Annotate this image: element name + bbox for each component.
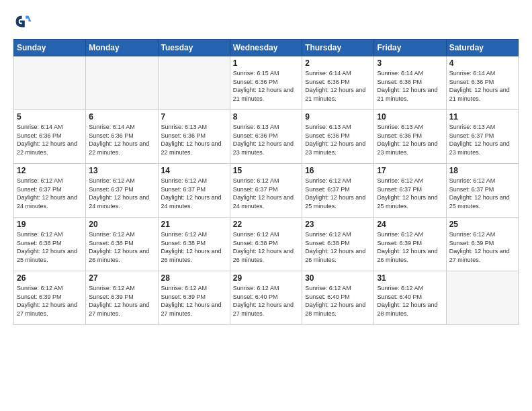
day-info: Sunrise: 6:12 AMSunset: 6:37 PMDaylight:… xyxy=(377,177,443,210)
weekday-header-saturday: Saturday xyxy=(446,40,518,56)
day-info: Sunrise: 6:12 AMSunset: 6:39 PMDaylight:… xyxy=(89,284,154,318)
day-number: 28 xyxy=(161,273,227,283)
day-number: 4 xyxy=(449,58,515,68)
day-number: 10 xyxy=(377,112,443,122)
day-cell: 25Sunrise: 6:12 AMSunset: 6:39 PMDayligh… xyxy=(446,218,518,271)
day-cell: 3Sunrise: 6:14 AMSunset: 6:36 PMDaylight… xyxy=(374,56,446,110)
day-info: Sunrise: 6:12 AMSunset: 6:39 PMDaylight:… xyxy=(17,284,83,318)
day-number: 5 xyxy=(17,112,83,122)
day-info: Sunrise: 6:13 AMSunset: 6:36 PMDaylight:… xyxy=(305,123,371,156)
logo xyxy=(13,12,35,31)
day-cell: 8Sunrise: 6:13 AMSunset: 6:36 PMDaylight… xyxy=(230,110,302,164)
day-cell: 15Sunrise: 6:12 AMSunset: 6:37 PMDayligh… xyxy=(230,164,302,218)
day-info: Sunrise: 6:12 AMSunset: 6:37 PMDaylight:… xyxy=(161,177,227,210)
week-row-2: 5Sunrise: 6:14 AMSunset: 6:36 PMDaylight… xyxy=(14,110,519,164)
day-cell: 7Sunrise: 6:13 AMSunset: 6:36 PMDaylight… xyxy=(158,110,230,164)
day-cell: 17Sunrise: 6:12 AMSunset: 6:37 PMDayligh… xyxy=(374,164,446,218)
day-cell: 14Sunrise: 6:12 AMSunset: 6:37 PMDayligh… xyxy=(158,164,230,218)
day-cell: 31Sunrise: 6:12 AMSunset: 6:40 PMDayligh… xyxy=(374,271,446,325)
day-cell xyxy=(446,271,518,325)
day-cell: 19Sunrise: 6:12 AMSunset: 6:38 PMDayligh… xyxy=(14,218,86,271)
day-number: 16 xyxy=(305,166,371,175)
day-number: 13 xyxy=(89,166,154,175)
day-info: Sunrise: 6:13 AMSunset: 6:36 PMDaylight:… xyxy=(233,123,299,156)
day-info: Sunrise: 6:12 AMSunset: 6:37 PMDaylight:… xyxy=(233,177,299,210)
day-number: 30 xyxy=(305,273,371,283)
day-cell: 24Sunrise: 6:12 AMSunset: 6:39 PMDayligh… xyxy=(374,218,446,271)
day-number: 18 xyxy=(449,166,515,175)
day-cell: 12Sunrise: 6:12 AMSunset: 6:37 PMDayligh… xyxy=(14,164,86,218)
day-number: 9 xyxy=(305,112,371,122)
day-number: 23 xyxy=(305,220,371,229)
day-number: 3 xyxy=(377,58,443,68)
day-cell: 6Sunrise: 6:14 AMSunset: 6:36 PMDaylight… xyxy=(86,110,158,164)
day-info: Sunrise: 6:12 AMSunset: 6:40 PMDaylight:… xyxy=(233,284,299,318)
day-number: 20 xyxy=(89,220,154,229)
day-cell: 26Sunrise: 6:12 AMSunset: 6:39 PMDayligh… xyxy=(14,271,86,325)
week-row-1: 1Sunrise: 6:15 AMSunset: 6:36 PMDaylight… xyxy=(14,56,519,110)
day-number: 17 xyxy=(377,166,443,175)
day-info: Sunrise: 6:12 AMSunset: 6:38 PMDaylight:… xyxy=(17,230,83,264)
day-number: 31 xyxy=(377,273,443,283)
day-cell: 13Sunrise: 6:12 AMSunset: 6:37 PMDayligh… xyxy=(86,164,158,218)
day-number: 15 xyxy=(233,166,299,175)
day-cell: 5Sunrise: 6:14 AMSunset: 6:36 PMDaylight… xyxy=(14,110,86,164)
day-info: Sunrise: 6:15 AMSunset: 6:36 PMDaylight:… xyxy=(233,69,299,103)
day-info: Sunrise: 6:12 AMSunset: 6:38 PMDaylight:… xyxy=(89,230,154,264)
calendar: SundayMondayTuesdayWednesdayThursdayFrid… xyxy=(13,39,519,325)
day-info: Sunrise: 6:12 AMSunset: 6:37 PMDaylight:… xyxy=(305,177,371,210)
day-number: 2 xyxy=(305,58,371,68)
day-info: Sunrise: 6:14 AMSunset: 6:36 PMDaylight:… xyxy=(305,69,371,103)
day-cell: 10Sunrise: 6:13 AMSunset: 6:36 PMDayligh… xyxy=(374,110,446,164)
day-cell: 29Sunrise: 6:12 AMSunset: 6:40 PMDayligh… xyxy=(230,271,302,325)
day-cell: 27Sunrise: 6:12 AMSunset: 6:39 PMDayligh… xyxy=(86,271,158,325)
weekday-header-monday: Monday xyxy=(86,40,158,56)
weekday-header-row: SundayMondayTuesdayWednesdayThursdayFrid… xyxy=(14,40,519,56)
day-number: 21 xyxy=(161,220,227,229)
day-number: 27 xyxy=(89,273,154,283)
day-number: 19 xyxy=(17,220,83,229)
day-cell: 4Sunrise: 6:14 AMSunset: 6:36 PMDaylight… xyxy=(446,56,518,110)
day-number: 25 xyxy=(449,220,515,229)
day-number: 24 xyxy=(377,220,443,229)
day-number: 6 xyxy=(89,112,154,122)
day-info: Sunrise: 6:12 AMSunset: 6:39 PMDaylight:… xyxy=(377,230,443,264)
day-info: Sunrise: 6:12 AMSunset: 6:37 PMDaylight:… xyxy=(89,177,154,210)
day-cell: 22Sunrise: 6:12 AMSunset: 6:38 PMDayligh… xyxy=(230,218,302,271)
day-cell: 23Sunrise: 6:12 AMSunset: 6:38 PMDayligh… xyxy=(302,218,374,271)
weekday-header-tuesday: Tuesday xyxy=(158,40,230,56)
day-info: Sunrise: 6:12 AMSunset: 6:40 PMDaylight:… xyxy=(305,284,371,318)
day-info: Sunrise: 6:12 AMSunset: 6:38 PMDaylight:… xyxy=(233,230,299,264)
day-cell: 9Sunrise: 6:13 AMSunset: 6:36 PMDaylight… xyxy=(302,110,374,164)
day-info: Sunrise: 6:14 AMSunset: 6:36 PMDaylight:… xyxy=(377,69,443,103)
weekday-header-sunday: Sunday xyxy=(14,40,86,56)
week-row-4: 19Sunrise: 6:12 AMSunset: 6:38 PMDayligh… xyxy=(14,218,519,271)
day-number: 8 xyxy=(233,112,299,122)
day-cell xyxy=(158,56,230,110)
day-info: Sunrise: 6:13 AMSunset: 6:36 PMDaylight:… xyxy=(161,123,227,156)
day-cell: 1Sunrise: 6:15 AMSunset: 6:36 PMDaylight… xyxy=(230,56,302,110)
page: SundayMondayTuesdayWednesdayThursdayFrid… xyxy=(0,0,532,411)
weekday-header-wednesday: Wednesday xyxy=(230,40,302,56)
week-row-3: 12Sunrise: 6:12 AMSunset: 6:37 PMDayligh… xyxy=(14,164,519,218)
day-info: Sunrise: 6:12 AMSunset: 6:37 PMDaylight:… xyxy=(17,177,83,210)
day-cell: 2Sunrise: 6:14 AMSunset: 6:36 PMDaylight… xyxy=(302,56,374,110)
day-info: Sunrise: 6:14 AMSunset: 6:36 PMDaylight:… xyxy=(449,69,515,103)
day-cell: 28Sunrise: 6:12 AMSunset: 6:39 PMDayligh… xyxy=(158,271,230,325)
day-number: 29 xyxy=(233,273,299,283)
logo-icon xyxy=(13,12,32,31)
day-info: Sunrise: 6:12 AMSunset: 6:37 PMDaylight:… xyxy=(449,177,515,210)
day-info: Sunrise: 6:12 AMSunset: 6:40 PMDaylight:… xyxy=(377,284,443,318)
day-info: Sunrise: 6:14 AMSunset: 6:36 PMDaylight:… xyxy=(17,123,83,156)
day-cell: 30Sunrise: 6:12 AMSunset: 6:40 PMDayligh… xyxy=(302,271,374,325)
day-number: 14 xyxy=(161,166,227,175)
day-number: 26 xyxy=(17,273,83,283)
day-cell: 18Sunrise: 6:12 AMSunset: 6:37 PMDayligh… xyxy=(446,164,518,218)
day-number: 11 xyxy=(449,112,515,122)
day-cell: 20Sunrise: 6:12 AMSunset: 6:38 PMDayligh… xyxy=(86,218,158,271)
day-cell xyxy=(86,56,158,110)
day-cell: 16Sunrise: 6:12 AMSunset: 6:37 PMDayligh… xyxy=(302,164,374,218)
day-info: Sunrise: 6:13 AMSunset: 6:37 PMDaylight:… xyxy=(449,123,515,156)
day-number: 1 xyxy=(233,58,299,68)
day-info: Sunrise: 6:12 AMSunset: 6:39 PMDaylight:… xyxy=(449,230,515,264)
